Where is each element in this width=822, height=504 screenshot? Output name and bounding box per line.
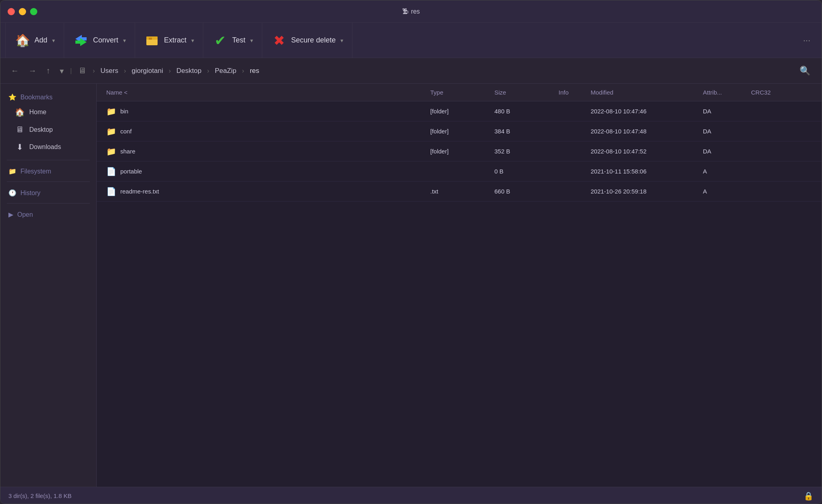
file-area: Name < Type Size Info Modified Attrib...… bbox=[97, 84, 822, 487]
sidebar-section-open[interactable]: ▶ Open bbox=[0, 208, 96, 221]
more-button[interactable]: ··· bbox=[797, 31, 817, 50]
status-info: 3 dir(s), 2 file(s), 1.8 KB bbox=[8, 492, 72, 499]
nav-separator-1: | bbox=[70, 67, 72, 75]
test-label: Test bbox=[232, 36, 245, 44]
add-label: Add bbox=[34, 36, 47, 44]
file-size-share: 352 B bbox=[493, 148, 557, 155]
file-name-readme: 📄 readme-res.txt bbox=[105, 187, 429, 196]
breadcrumb-res: res bbox=[247, 65, 263, 77]
col-type: Type bbox=[429, 89, 493, 96]
secure-delete-dropdown-icon: ▾ bbox=[340, 37, 343, 44]
file-size-portable: 0 B bbox=[493, 168, 557, 175]
filesystem-label: Filesystem bbox=[20, 168, 51, 175]
add-icon: 🏠 bbox=[14, 32, 30, 48]
sidebar-section-filesystem[interactable]: 📁 Filesystem bbox=[0, 164, 96, 177]
convert-dropdown-icon: ▾ bbox=[123, 37, 126, 44]
table-row[interactable]: 📁 conf [folder] 384 B 2022-08-10 10:47:4… bbox=[97, 121, 822, 141]
forward-button[interactable]: → bbox=[24, 63, 40, 79]
file-attrib-bin: DA bbox=[701, 108, 749, 115]
sidebar-divider-1 bbox=[7, 160, 90, 160]
statusbar: 3 dir(s), 2 file(s), 1.8 KB 🔒 bbox=[0, 487, 822, 504]
breadcrumb-arrow-1: › bbox=[124, 67, 126, 75]
file-icon: 📄 bbox=[106, 167, 116, 176]
col-info: Info bbox=[557, 89, 589, 96]
bookmarks-icon: ⭐ bbox=[8, 93, 16, 101]
add-button[interactable]: 🏠 Add ▾ bbox=[5, 23, 64, 58]
col-modified: Modified bbox=[589, 89, 701, 96]
extract-dropdown-icon: ▾ bbox=[191, 37, 194, 44]
breadcrumb-desktop[interactable]: Desktop bbox=[173, 65, 204, 77]
file-name-portable: 📄 portable bbox=[105, 167, 429, 176]
table-row[interactable]: 📁 share [folder] 352 B 2022-08-10 10:47:… bbox=[97, 141, 822, 161]
sidebar-item-downloads[interactable]: ⬇ Downloads bbox=[0, 138, 96, 156]
file-name-conf: 📁 conf bbox=[105, 127, 429, 136]
table-row[interactable]: 📄 readme-res.txt .txt 660 B 2021-10-26 2… bbox=[97, 181, 822, 202]
file-name-share: 📁 share bbox=[105, 147, 429, 156]
file-name-bin: 📁 bin bbox=[105, 107, 429, 116]
test-icon: ✔ bbox=[212, 32, 228, 48]
lock-icon: 🔒 bbox=[804, 491, 814, 501]
back-button[interactable]: ← bbox=[7, 63, 23, 79]
home-icon: 🏠 bbox=[15, 107, 24, 117]
window-controls bbox=[8, 8, 37, 15]
extract-button[interactable]: Extract ▾ bbox=[135, 23, 203, 58]
minimize-button[interactable] bbox=[19, 8, 26, 15]
history-label: History bbox=[20, 190, 40, 197]
table-row[interactable]: 📁 bin [folder] 480 B 2022-08-10 10:47:46… bbox=[97, 101, 822, 121]
main-content: ⭐ Bookmarks 🏠 Home 🖥 Desktop ⬇ Downloads… bbox=[0, 84, 822, 487]
breadcrumb-arrow-3: › bbox=[207, 67, 209, 75]
file-attrib-readme: A bbox=[701, 188, 749, 195]
add-dropdown-icon: ▾ bbox=[52, 37, 55, 44]
convert-icon bbox=[73, 32, 89, 48]
title-icon: 🗜 bbox=[402, 8, 409, 15]
col-attrib: Attrib... bbox=[701, 89, 749, 96]
test-dropdown-icon: ▾ bbox=[250, 37, 253, 44]
secure-delete-label: Secure delete bbox=[291, 36, 336, 44]
computer-icon: 🖥 bbox=[74, 63, 90, 79]
sidebar-section-history[interactable]: 🕐 History bbox=[0, 186, 96, 199]
breadcrumb-arrow-4: › bbox=[242, 67, 244, 75]
file-header: Name < Type Size Info Modified Attrib...… bbox=[97, 84, 822, 101]
file-size-bin: 480 B bbox=[493, 108, 557, 115]
downloads-icon: ⬇ bbox=[15, 142, 24, 152]
open-icon: ▶ bbox=[8, 211, 13, 218]
file-modified-share: 2022-08-10 10:47:52 bbox=[589, 148, 701, 155]
sidebar-section-bookmarks[interactable]: ⭐ Bookmarks bbox=[0, 90, 96, 103]
breadcrumb-user[interactable]: giorgiotani bbox=[128, 65, 166, 77]
sidebar-item-home[interactable]: 🏠 Home bbox=[0, 103, 96, 121]
secure-delete-icon: ✖ bbox=[271, 32, 287, 48]
folder-icon: 📁 bbox=[106, 127, 116, 136]
secure-delete-button[interactable]: ✖ Secure delete ▾ bbox=[262, 23, 352, 58]
sidebar-item-downloads-label: Downloads bbox=[29, 143, 61, 151]
test-button[interactable]: ✔ Test ▾ bbox=[203, 23, 262, 58]
file-type-conf: [folder] bbox=[429, 128, 493, 135]
folder-icon: 📁 bbox=[106, 107, 116, 116]
search-button[interactable]: 🔍 bbox=[795, 62, 815, 79]
col-crc32: CRC32 bbox=[749, 89, 790, 96]
convert-label: Convert bbox=[93, 36, 118, 44]
svg-rect-4 bbox=[149, 38, 152, 40]
navbar: ← → ↑ ▾ | 🖥 › Users › giorgiotani › Desk… bbox=[0, 58, 822, 84]
file-size-readme: 660 B bbox=[493, 188, 557, 195]
file-attrib-conf: DA bbox=[701, 128, 749, 135]
col-name[interactable]: Name < bbox=[105, 89, 429, 96]
breadcrumb-arrow-2: › bbox=[169, 67, 171, 75]
close-button[interactable] bbox=[8, 8, 15, 15]
location-dropdown-button[interactable]: ▾ bbox=[56, 63, 68, 79]
up-button[interactable]: ↑ bbox=[42, 63, 54, 79]
file-modified-bin: 2022-08-10 10:47:46 bbox=[589, 108, 701, 115]
col-size: Size bbox=[493, 89, 557, 96]
file-attrib-share: DA bbox=[701, 148, 749, 155]
sidebar-item-desktop[interactable]: 🖥 Desktop bbox=[0, 121, 96, 138]
breadcrumb-peazip[interactable]: PeaZip bbox=[212, 65, 240, 77]
file-size-conf: 384 B bbox=[493, 128, 557, 135]
maximize-button[interactable] bbox=[30, 8, 37, 15]
extract-icon bbox=[144, 32, 160, 48]
file-modified-readme: 2021-10-26 20:59:18 bbox=[589, 188, 701, 195]
file-type-readme: .txt bbox=[429, 188, 493, 195]
breadcrumb-arrow-0: › bbox=[93, 67, 95, 75]
breadcrumb-users[interactable]: Users bbox=[97, 65, 121, 77]
toolbar: 🏠 Add ▾ Convert ▾ Extract ▾ ✔ Test ▾ bbox=[0, 23, 822, 58]
table-row[interactable]: 📄 portable 0 B 2021-10-11 15:58:06 A bbox=[97, 161, 822, 181]
convert-button[interactable]: Convert ▾ bbox=[64, 23, 135, 58]
